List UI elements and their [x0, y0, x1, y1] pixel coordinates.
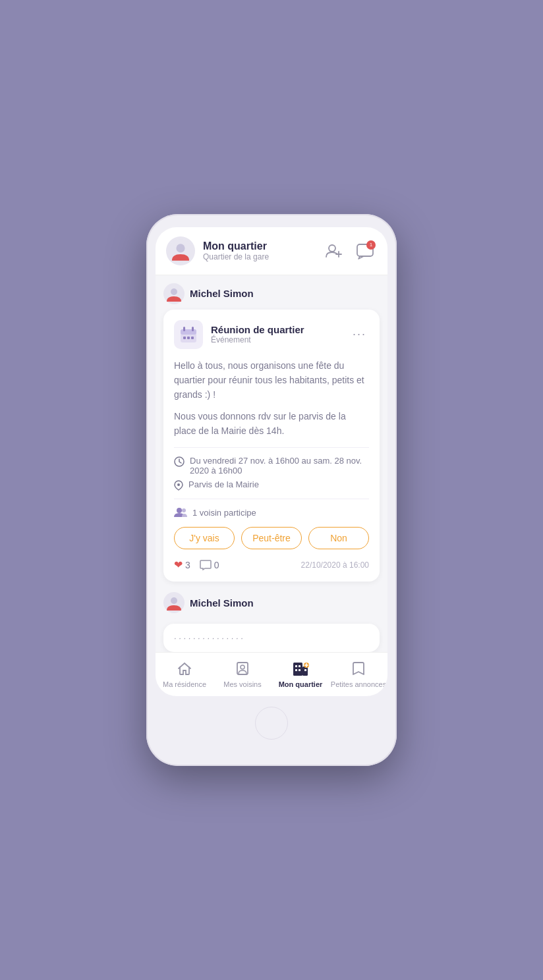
post2-author-avatar: [163, 592, 185, 613]
header-subtitle: Quartier de la gare: [203, 252, 322, 261]
svg-rect-27: [295, 669, 297, 671]
svg-point-7: [171, 288, 177, 295]
quartier-icon: [291, 659, 310, 678]
event-date-row: Du vendredi 27 nov. à 16h00 au sam. 28 n…: [174, 456, 369, 476]
annonces-icon: [349, 659, 368, 678]
participants-row: 1 voisin participe: [174, 507, 369, 518]
post1-title: Réunion de quartier: [211, 324, 350, 335]
like-button[interactable]: ❤ 3: [174, 558, 190, 571]
svg-rect-14: [191, 337, 194, 339]
participants-icon: [174, 507, 187, 518]
messages-button[interactable]: 1: [353, 239, 377, 263]
nav-mes-voisins[interactable]: Mes voisins: [214, 659, 272, 688]
post-reactions: ❤ 3 0: [174, 558, 219, 571]
nav-ma-residence-label: Ma résidence: [163, 680, 206, 688]
post2-author-row: Michel Simon: [163, 592, 380, 618]
svg-rect-29: [304, 669, 306, 671]
post2-card-partial: · · · · · · · · · · · · · · ·: [163, 624, 380, 652]
nav-ma-residence[interactable]: Ma résidence: [156, 659, 214, 688]
phone-device: Mon quartier Quartier de la gare: [146, 214, 397, 767]
post1-title-block: Réunion de quartier Événement: [211, 324, 350, 344]
event-meta: Du vendredi 27 nov. à 16h00 au sam. 28 n…: [174, 456, 369, 491]
rsvp-buttons: J'y vais Peut-être Non: [174, 527, 369, 549]
svg-rect-12: [183, 337, 186, 339]
event-date-text: Du vendredi 27 nov. à 16h00 au sam. 28 n…: [190, 456, 369, 476]
event-location-text: Parvis de la Mairie: [188, 479, 259, 489]
header-icons: 1: [322, 239, 377, 263]
svg-rect-28: [299, 669, 300, 671]
post1-card-header: Réunion de quartier Événement ···: [174, 320, 369, 349]
header-title: Mon quartier: [203, 240, 322, 252]
home-icon: [175, 659, 194, 678]
comment-icon: [200, 560, 212, 570]
svg-rect-25: [295, 665, 297, 667]
post2-author-name: Michel Simon: [190, 597, 254, 609]
home-button[interactable]: [255, 707, 288, 740]
post1-author-name: Michel Simon: [190, 288, 254, 299]
svg-rect-9: [181, 329, 196, 335]
post1-body-p2: Nous vous donnons rdv sur le parvis de l…: [174, 409, 369, 439]
rsvp-yes-button[interactable]: J'y vais: [174, 527, 235, 549]
post1-author-avatar: [163, 283, 185, 304]
post1-author-row: Michel Simon: [163, 283, 380, 304]
event-icon: [174, 320, 203, 349]
svg-point-1: [176, 244, 185, 252]
svg-rect-13: [187, 337, 190, 339]
svg-rect-23: [293, 663, 302, 676]
header-avatar: [166, 236, 195, 265]
participants-count: 1 voisin participe: [192, 508, 256, 518]
svg-point-18: [182, 508, 186, 512]
like-count: 3: [185, 560, 190, 570]
nav-petites-annonces-label: Petites annonces: [331, 680, 386, 688]
nav-mes-voisins-label: Mes voisins: [223, 680, 261, 688]
app-header: Mon quartier Quartier de la gare: [156, 227, 387, 275]
divider2: [174, 499, 369, 499]
post1-type: Événement: [211, 335, 350, 344]
add-person-button[interactable]: [322, 239, 345, 263]
svg-point-20: [171, 597, 177, 604]
svg-rect-11: [192, 327, 194, 331]
chat-badge: 1: [366, 240, 376, 250]
nav-mon-quartier[interactable]: Mon quartier: [272, 659, 329, 688]
bottom-nav: Ma résidence Mes voisins: [156, 652, 387, 696]
post1-footer: ❤ 3 0 22/10/2020 à 16:00: [174, 558, 369, 571]
svg-point-17: [177, 508, 182, 513]
svg-point-22: [241, 665, 244, 669]
rsvp-maybe-button[interactable]: Peut-être: [241, 527, 302, 549]
post1-card: Réunion de quartier Événement ··· Hello …: [163, 310, 380, 582]
post1-body-p1: Hello à tous, nous organisons une fête d…: [174, 358, 369, 402]
comment-count: 0: [214, 560, 219, 570]
more-options-button[interactable]: ···: [350, 325, 369, 344]
svg-point-16: [177, 483, 180, 486]
nav-petites-annonces[interactable]: Petites annonces: [329, 659, 387, 688]
post1-body: Hello à tous, nous organisons une fête d…: [174, 358, 369, 439]
comment-button[interactable]: 0: [200, 560, 219, 570]
feed: Michel Simon: [156, 275, 387, 653]
post2-preview: · · · · · · · · · · · · · · ·: [174, 633, 369, 643]
divider1: [174, 447, 369, 448]
nav-mon-quartier-label: Mon quartier: [279, 680, 323, 688]
post-timestamp: 22/10/2020 à 16:00: [301, 560, 369, 570]
clock-icon: [174, 456, 185, 467]
svg-rect-26: [299, 665, 300, 667]
header-title-block: Mon quartier Quartier de la gare: [203, 240, 322, 261]
svg-rect-10: [183, 327, 185, 331]
location-icon: [174, 480, 183, 491]
rsvp-no-button[interactable]: Non: [308, 527, 369, 549]
phone-screen: Mon quartier Quartier de la gare: [156, 227, 387, 697]
svg-point-2: [329, 245, 335, 252]
event-location-row: Parvis de la Mairie: [174, 479, 369, 491]
voisins-icon: [233, 659, 252, 678]
heart-icon: ❤: [174, 558, 183, 571]
